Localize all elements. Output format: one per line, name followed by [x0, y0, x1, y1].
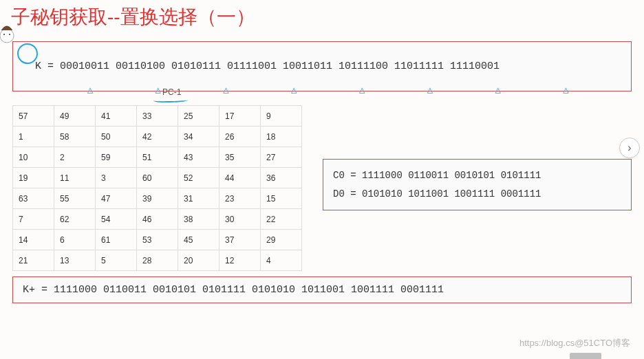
table-row: 7625446383022 — [13, 209, 302, 230]
table-row: 1911360524436 — [13, 168, 302, 188]
k-value-text: K = 00010011 00110100 01010111 01111001 … — [35, 61, 500, 72]
kplus-box: K+ = 1111000 0110011 0010101 0101111 010… — [12, 276, 632, 303]
pc1-label: PC-1 — [162, 87, 181, 97]
table-cell: 52 — [178, 168, 219, 188]
table-cell: 57 — [13, 106, 54, 127]
table-cell: 37 — [219, 230, 261, 250]
k-value-box: K = 00010011 00110100 01010111 01111001 … — [12, 41, 632, 91]
table-cell: 18 — [261, 127, 302, 147]
table-cell: 35 — [219, 147, 261, 168]
mascot-decoration — [0, 21, 17, 44]
table-cell: 34 — [178, 127, 219, 147]
table-cell: 43 — [178, 147, 219, 168]
table-cell: 10 — [13, 147, 54, 168]
table-cell: 39 — [137, 188, 178, 209]
table-row: 1585042342618 — [13, 127, 302, 147]
table-cell: 6 — [54, 230, 96, 250]
table-cell: 46 — [137, 209, 178, 230]
table-row: 1466153453729 — [13, 230, 302, 250]
chevron-right-icon: › — [627, 142, 631, 154]
table-cell: 3 — [96, 168, 137, 188]
table-cell: 28 — [137, 250, 178, 271]
table-cell: 29 — [261, 230, 302, 250]
table-cell: 33 — [137, 106, 178, 127]
svg-point-1 — [3, 34, 5, 35]
table-cell: 62 — [54, 209, 96, 230]
table-cell: 12 — [219, 250, 261, 271]
table-cell: 55 — [54, 188, 96, 209]
table-cell: 23 — [219, 188, 261, 209]
table-row: 5749413325179 — [13, 106, 302, 127]
separator-marks: △ △ △ △ △ △ △ △ — [13, 84, 631, 92]
svg-point-2 — [9, 34, 10, 35]
table-cell: 2 — [54, 147, 96, 168]
table-cell: 15 — [261, 188, 302, 209]
table-cell: 4 — [261, 250, 302, 271]
page-title: 子秘钥获取--置换选择（一） — [0, 0, 644, 39]
table-cell: 53 — [137, 230, 178, 250]
table-row: 63554739312315 — [13, 188, 302, 209]
table-cell: 47 — [96, 188, 137, 209]
table-cell: 11 — [54, 168, 96, 188]
table-cell: 1 — [13, 127, 54, 147]
table-cell: 19 — [13, 168, 54, 188]
table-cell: 31 — [178, 188, 219, 209]
c0d0-box: C0 = 1111000 0110011 0010101 0101111 D0 … — [323, 159, 632, 210]
table-cell: 54 — [96, 209, 137, 230]
table-cell: 38 — [178, 209, 219, 230]
table-cell: 13 — [54, 250, 96, 271]
svg-point-0 — [0, 29, 14, 43]
table-cell: 50 — [96, 127, 137, 147]
table-cell: 21 — [13, 250, 54, 271]
table-row: 211352820124 — [13, 250, 302, 271]
pc1-underline-annotation — [153, 97, 188, 103]
table-cell: 5 — [96, 250, 137, 271]
table-cell: 58 — [54, 127, 96, 147]
table-cell: 60 — [137, 168, 178, 188]
table-cell: 30 — [219, 209, 261, 230]
watermark-text: https://blog.cs@51CTO博客 — [519, 337, 630, 349]
table-cell: 20 — [178, 250, 219, 271]
table-cell: 45 — [178, 230, 219, 250]
table-cell: 36 — [261, 168, 302, 188]
table-cell: 7 — [13, 209, 54, 230]
table-cell: 25 — [178, 106, 219, 127]
table-cell: 42 — [137, 127, 178, 147]
table-cell: 61 — [96, 230, 137, 250]
table-cell: 49 — [54, 106, 96, 127]
table-cell: 59 — [96, 147, 137, 168]
table-cell: 63 — [13, 188, 54, 209]
table-cell: 41 — [96, 106, 137, 127]
table-cell: 14 — [13, 230, 54, 250]
next-arrow-button[interactable]: › — [619, 138, 640, 158]
table-cell: 22 — [261, 209, 302, 230]
table-cell: 44 — [219, 168, 261, 188]
table-cell: 9 — [261, 106, 302, 127]
pc1-table: 5749413325179158504234261810259514335271… — [12, 105, 302, 271]
pc1-table-wrap: PC-1 57494133251791585042342618102595143… — [12, 97, 302, 271]
table-row: 1025951433527 — [13, 147, 302, 168]
table-cell: 26 — [219, 127, 261, 147]
table-cell: 17 — [219, 106, 261, 127]
table-cell: 51 — [137, 147, 178, 168]
footer-bar-decoration — [570, 353, 601, 359]
table-cell: 27 — [261, 147, 302, 168]
